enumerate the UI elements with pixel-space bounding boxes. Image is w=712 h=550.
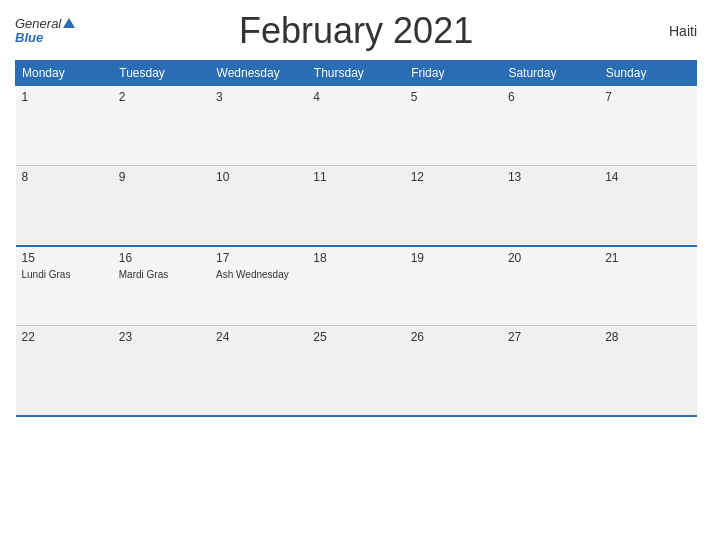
weekday-header-saturday: Saturday <box>502 61 599 86</box>
calendar-title: February 2021 <box>75 10 637 52</box>
day-number: 22 <box>22 330 107 344</box>
day-number: 7 <box>605 90 690 104</box>
calendar-cell-25: 25 <box>307 326 404 416</box>
logo: General Blue <box>15 17 75 46</box>
calendar-table: MondayTuesdayWednesdayThursdayFridaySatu… <box>15 60 697 417</box>
calendar-cell-5: 5 <box>405 86 502 166</box>
calendar-cell-11: 11 <box>307 166 404 246</box>
day-number: 15 <box>22 251 107 265</box>
day-number: 8 <box>22 170 107 184</box>
day-number: 18 <box>313 251 398 265</box>
calendar-cell-28: 28 <box>599 326 696 416</box>
calendar-cell-12: 12 <box>405 166 502 246</box>
weekday-header-tuesday: Tuesday <box>113 61 210 86</box>
day-number: 17 <box>216 251 301 265</box>
calendar-header: General Blue February 2021 Haiti <box>15 10 697 52</box>
day-number: 5 <box>411 90 496 104</box>
day-number: 27 <box>508 330 593 344</box>
weekday-header-monday: Monday <box>16 61 113 86</box>
day-number: 19 <box>411 251 496 265</box>
calendar-cell-13: 13 <box>502 166 599 246</box>
calendar-cell-20: 20 <box>502 246 599 326</box>
calendar-cell-2: 2 <box>113 86 210 166</box>
calendar-cell-24: 24 <box>210 326 307 416</box>
calendar-cell-18: 18 <box>307 246 404 326</box>
calendar-cell-27: 27 <box>502 326 599 416</box>
day-number: 2 <box>119 90 204 104</box>
day-number: 20 <box>508 251 593 265</box>
calendar-cell-21: 21 <box>599 246 696 326</box>
day-number: 26 <box>411 330 496 344</box>
weekday-header-wednesday: Wednesday <box>210 61 307 86</box>
calendar-cell-8: 8 <box>16 166 113 246</box>
calendar-cell-1: 1 <box>16 86 113 166</box>
calendar-header-row: MondayTuesdayWednesdayThursdayFridaySatu… <box>16 61 697 86</box>
day-number: 4 <box>313 90 398 104</box>
calendar-cell-6: 6 <box>502 86 599 166</box>
calendar-cell-26: 26 <box>405 326 502 416</box>
day-number: 10 <box>216 170 301 184</box>
day-number: 23 <box>119 330 204 344</box>
calendar-cell-4: 4 <box>307 86 404 166</box>
day-number: 25 <box>313 330 398 344</box>
calendar-cell-10: 10 <box>210 166 307 246</box>
day-number: 12 <box>411 170 496 184</box>
event-label: Ash Wednesday <box>216 268 301 281</box>
day-number: 3 <box>216 90 301 104</box>
day-number: 24 <box>216 330 301 344</box>
calendar-cell-22: 22 <box>16 326 113 416</box>
day-number: 9 <box>119 170 204 184</box>
calendar-cell-14: 14 <box>599 166 696 246</box>
weekday-header-sunday: Sunday <box>599 61 696 86</box>
day-number: 14 <box>605 170 690 184</box>
calendar-cell-15: 15Lundi Gras <box>16 246 113 326</box>
event-label: Lundi Gras <box>22 268 107 281</box>
calendar-cell-17: 17Ash Wednesday <box>210 246 307 326</box>
day-number: 6 <box>508 90 593 104</box>
day-number: 28 <box>605 330 690 344</box>
day-number: 13 <box>508 170 593 184</box>
logo-blue-text: Blue <box>15 31 43 45</box>
calendar-cell-3: 3 <box>210 86 307 166</box>
day-number: 11 <box>313 170 398 184</box>
day-number: 16 <box>119 251 204 265</box>
event-label: Mardi Gras <box>119 268 204 281</box>
calendar-cell-9: 9 <box>113 166 210 246</box>
calendar-cell-16: 16Mardi Gras <box>113 246 210 326</box>
weekday-header-thursday: Thursday <box>307 61 404 86</box>
calendar-cell-23: 23 <box>113 326 210 416</box>
day-number: 21 <box>605 251 690 265</box>
calendar-cell-7: 7 <box>599 86 696 166</box>
calendar-cell-19: 19 <box>405 246 502 326</box>
weekday-header-friday: Friday <box>405 61 502 86</box>
country-label: Haiti <box>637 23 697 39</box>
calendar-container: General Blue February 2021 Haiti MondayT… <box>0 0 712 550</box>
day-number: 1 <box>22 90 107 104</box>
logo-general-text: General <box>15 17 75 31</box>
